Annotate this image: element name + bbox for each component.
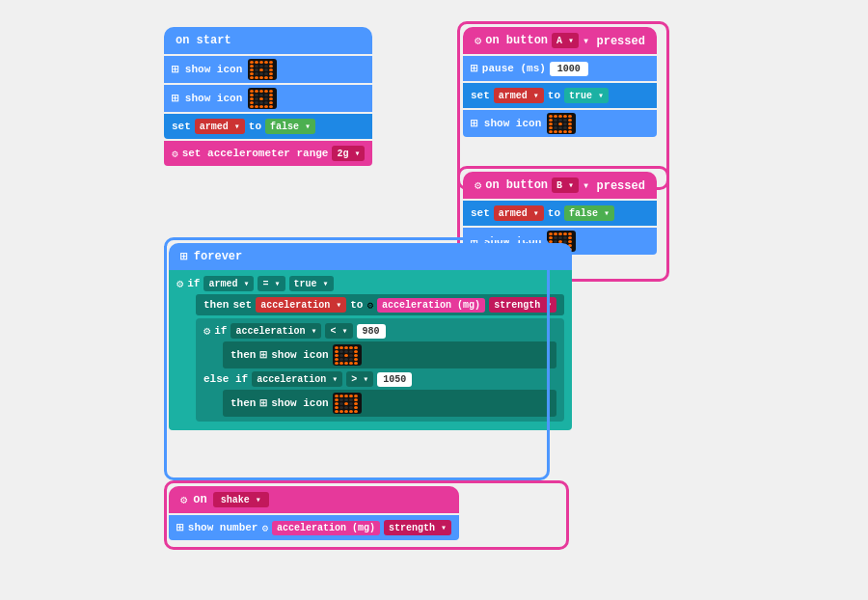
on-start-group: on start ⊞ show icon ⊞ show icon [164, 27, 372, 166]
to-label-1: to [249, 121, 261, 132]
show-icon-label-1: show icon [185, 64, 242, 75]
shake-border [164, 480, 569, 550]
on-start-label: on start [176, 34, 231, 47]
show-icon-row-1: ⊞ show icon [164, 56, 372, 83]
armed-dropdown-1[interactable]: armed ▾ [195, 119, 245, 134]
on-start-hat: on start [164, 27, 372, 54]
grid-icon-2: ⊞ [172, 91, 179, 106]
set-label-1: set [172, 121, 191, 132]
led-display-1[interactable] [248, 59, 277, 80]
set-armed-false-row: set armed ▾ to false ▾ [164, 114, 372, 139]
grid-icon-1: ⊞ [172, 62, 179, 77]
false-dropdown-1[interactable]: false ▾ [265, 119, 315, 134]
accel-range-dropdown[interactable]: 2g ▾ [332, 146, 365, 161]
show-icon-label-2: show icon [185, 93, 242, 104]
accel-label: set accelerometer range [182, 148, 329, 159]
show-icon-row-2: ⊞ show icon [164, 85, 372, 112]
forever-border [164, 237, 550, 480]
set-accel-row: ⚙ set accelerometer range 2g ▾ [164, 141, 372, 166]
btn-a-border [457, 21, 669, 190]
gear-accel: ⚙ [172, 148, 178, 160]
led-display-2[interactable] [248, 88, 277, 109]
